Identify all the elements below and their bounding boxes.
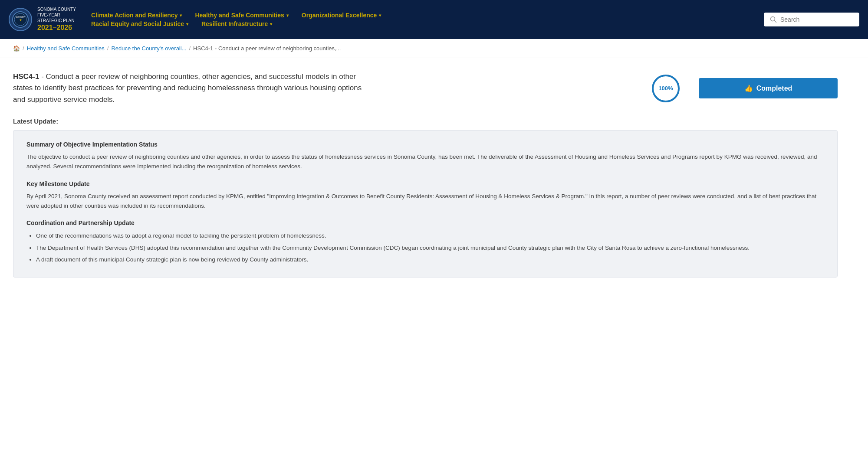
- breadcrumb-sep-3: /: [189, 45, 191, 52]
- milestone-heading: Key Milestone Update: [26, 180, 824, 187]
- action-right: 100% 👍 Completed: [650, 73, 838, 104]
- nav-links: Climate Action and Resiliency ▾ Healthy …: [82, 7, 764, 32]
- breadcrumb-sep-1: /: [23, 45, 24, 52]
- chevron-down-icon: ▾: [180, 13, 182, 18]
- chevron-down-icon: ▾: [286, 13, 289, 18]
- latest-update-label: Latest Update:: [13, 118, 838, 125]
- progress-circle: 100%: [650, 73, 681, 104]
- logo-area: ★ SONOMA SONOMA COUNTY FIVE-YEAR STRATEG…: [9, 7, 82, 33]
- breadcrumb: 🏠 / Healthy and Safe Communities / Reduc…: [0, 39, 868, 58]
- search-icon: [770, 16, 777, 23]
- completed-label: Completed: [756, 85, 792, 92]
- svg-text:★: ★: [19, 18, 22, 22]
- action-description: - Conduct a peer review of neighboring c…: [13, 72, 362, 104]
- coordination-heading: Coordination and Partnership Update: [26, 219, 824, 226]
- nav-row-2: Racial Equity and Social Justice ▾ Resil…: [91, 20, 755, 27]
- nav-racial-equity[interactable]: Racial Equity and Social Justice ▾: [91, 20, 188, 27]
- chevron-down-icon: ▾: [379, 13, 381, 18]
- list-item: The Department of Health Services (DHS) …: [36, 243, 824, 253]
- breadcrumb-healthy[interactable]: Healthy and Safe Communities: [27, 45, 105, 52]
- progress-label: 100%: [658, 85, 673, 91]
- completed-icon: 👍: [744, 84, 753, 92]
- nav-resilient[interactable]: Resilient Infrastructure ▾: [201, 20, 272, 27]
- action-id: HSC4-1: [13, 72, 39, 81]
- nav-row-1: Climate Action and Resiliency ▾ Healthy …: [91, 12, 755, 19]
- chevron-down-icon: ▾: [186, 22, 188, 26]
- summary-heading: Summary of Objective Implementation Stat…: [26, 141, 824, 148]
- logo-icon: ★ SONOMA: [9, 8, 32, 31]
- summary-body: The objective to conduct a peer review o…: [26, 152, 824, 172]
- svg-line-5: [775, 21, 776, 23]
- logo-text: SONOMA COUNTY FIVE-YEAR STRATEGIC PLAN 2…: [37, 7, 76, 33]
- search-input[interactable]: [780, 16, 850, 23]
- breadcrumb-reduce[interactable]: Reduce the County's overall...: [111, 45, 186, 52]
- update-card: Summary of Objective Implementation Stat…: [13, 130, 838, 278]
- home-icon: 🏠: [13, 45, 20, 52]
- breadcrumb-sep-2: /: [107, 45, 109, 52]
- search-box[interactable]: [764, 13, 859, 26]
- coordination-list: One of the recommendations was to adopt …: [26, 231, 824, 265]
- milestone-body: By April 2021, Sonoma County received an…: [26, 192, 824, 211]
- breadcrumb-current: HSC4-1 - Conduct a peer review of neighb…: [193, 45, 341, 52]
- main-content: HSC4-1 - Conduct a peer review of neighb…: [0, 58, 851, 291]
- action-title: HSC4-1 - Conduct a peer review of neighb…: [13, 71, 369, 105]
- breadcrumb-home[interactable]: 🏠: [13, 45, 20, 52]
- list-item: One of the recommendations was to adopt …: [36, 231, 824, 241]
- svg-text:SONOMA: SONOMA: [16, 16, 26, 18]
- nav-healthy[interactable]: Healthy and Safe Communities ▾: [195, 12, 288, 19]
- action-header: HSC4-1 - Conduct a peer review of neighb…: [13, 71, 838, 105]
- completed-button[interactable]: 👍 Completed: [699, 78, 838, 98]
- chevron-down-icon: ▾: [270, 22, 272, 26]
- navbar: ★ SONOMA SONOMA COUNTY FIVE-YEAR STRATEG…: [0, 0, 868, 39]
- list-item: A draft document of this municipal-Count…: [36, 255, 824, 265]
- nav-climate[interactable]: Climate Action and Resiliency ▾: [91, 12, 182, 19]
- nav-org-excellence[interactable]: Organizational Excellence ▾: [302, 12, 381, 19]
